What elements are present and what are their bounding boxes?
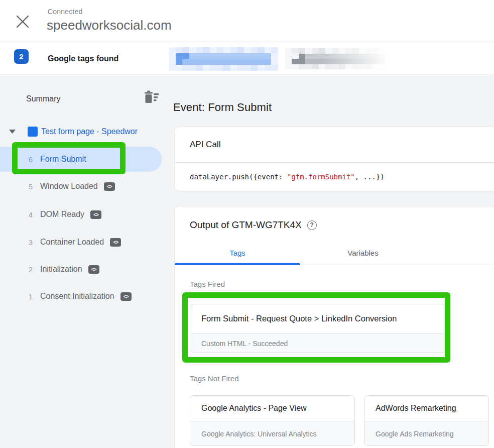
tab-variables[interactable]: Variables [300,241,426,265]
event-number: 4 [26,210,35,219]
clear-events-button[interactable] [142,90,159,105]
event-label: Initialization [40,265,82,274]
code-icon: <> [90,210,101,219]
code-icon: <> [104,182,115,191]
tag-subtitle: Google Analytics: Universal Analytics [190,421,354,446]
close-icon [15,14,30,29]
not-fired-cards: Google Analytics - Page View Google Anal… [190,395,489,446]
sidebar-page-group[interactable]: Test form page - Speedwor [0,125,169,139]
not-fired-tag-card[interactable]: Google Analytics - Page View Google Anal… [190,395,355,446]
sidebar-event-form-submit[interactable]: 6 Form Submit [0,152,169,166]
code-icon: <> [120,292,132,301]
tags-fired-label: Tags Fired [190,280,225,288]
page-icon [28,127,38,137]
code-prefix: dataLayer.push({event: [190,173,287,181]
tag-title: Google Analytics - Page View [190,396,354,421]
summary-label: Summary [26,94,60,103]
page-group-label: Test form page - Speedwor [41,127,149,136]
sidebar-event-dom-ready[interactable]: 4 DOM Ready <> [0,207,169,221]
redacted-tag-chip-blue [169,47,278,71]
fired-tag-title: Form Submit - Request Quote > LinkedIn C… [190,304,446,333]
sidebar-item-summary[interactable]: Summary [26,92,60,106]
sidebar-event-container-loaded[interactable]: 3 Container Loaded <> [0,235,169,249]
code-string-literal: "gtm.formSubmit" [287,173,355,181]
google-tags-bar: 2 Google tags found [0,43,494,74]
api-call-code: dataLayer.push({event: "gtm.formSubmit",… [175,163,494,191]
tag-subtitle: Google Ads Remarketing [364,421,488,446]
tab-tags[interactable]: Tags [175,241,300,265]
not-fired-tag-card[interactable]: AdWords Remarketing Google Ads Remarketi… [364,395,489,446]
event-label: Form Submit [40,155,86,164]
event-number: 6 [26,155,35,164]
output-tabs: Tags Variables [175,241,494,265]
code-icon: <> [88,265,99,274]
sidebar-event-window-loaded[interactable]: 5 Window Loaded <> [0,179,169,193]
tag-title: AdWords Remarketing [364,396,488,421]
sidebar-event-consent-initialization[interactable]: 1 Consent Initialization <> [0,289,169,303]
sidebar-event-initialization[interactable]: 2 Initialization <> [0,262,169,276]
output-card-header: Output of GTM-WG7TK4X ? [190,219,317,231]
output-title: Output of GTM-WG7TK4X [190,219,302,231]
connection-header: Connected speedworksocial.com [0,0,494,42]
event-number: 1 [26,292,35,301]
debug-content: Summary Test form page - Speedwor 6 Form… [0,74,494,448]
api-call-card: API Call dataLayer.push({event: "gtm.for… [174,127,494,191]
close-button[interactable] [15,14,31,30]
google-tags-found-label: Google tags found [48,43,118,74]
event-number: 3 [26,238,35,247]
event-label: Window Loaded [40,182,98,191]
help-icon[interactable]: ? [307,220,317,230]
event-label: DOM Ready [40,210,84,219]
fired-tag-card[interactable]: Form Submit - Request Quote > LinkedIn C… [190,304,446,353]
event-label: Container Loaded [40,238,104,247]
event-detail-title: Event: Form Submit [173,101,272,114]
expander-caret-icon[interactable] [9,130,17,134]
event-number: 5 [26,182,35,191]
container-output-card: Output of GTM-WG7TK4X ? Tags Variables T… [174,206,494,448]
tags-not-fired-label: Tags Not Fired [190,374,239,383]
connected-site-title: speedworksocial.com [47,18,172,33]
code-suffix: , ...}) [355,173,385,181]
api-call-header: API Call [175,127,494,163]
fired-tag-subtitle: Custom HTML - Succeeded [190,333,446,353]
redacted-tag-chip-gray [285,48,393,69]
delete-sweep-icon [143,90,159,104]
code-icon: <> [110,238,121,247]
event-label: Consent Initialization [40,292,114,301]
event-number: 2 [26,265,35,274]
connection-status: Connected [48,8,83,16]
tag-count-badge: 2 [14,49,29,64]
